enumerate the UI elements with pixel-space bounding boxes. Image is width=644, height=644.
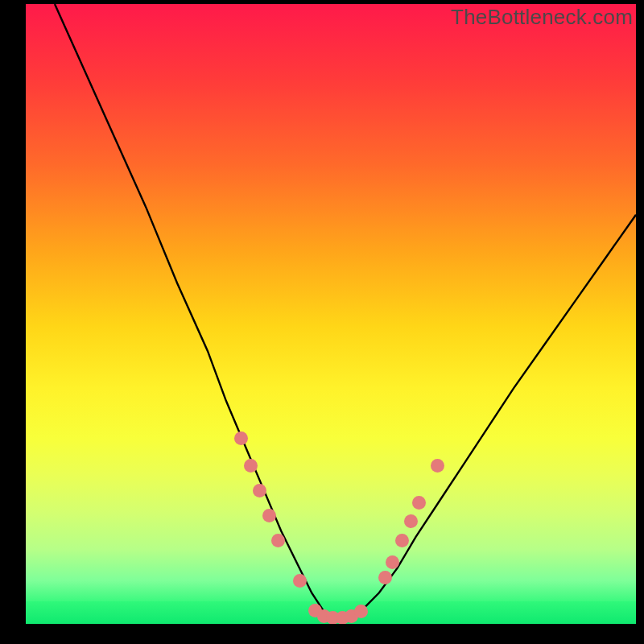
data-point xyxy=(431,459,444,473)
watermark-label: TheBottleneck.com xyxy=(451,5,633,30)
data-point xyxy=(244,459,258,473)
data-point xyxy=(271,534,285,547)
plot-area xyxy=(24,4,636,624)
data-point xyxy=(354,605,368,618)
data-point xyxy=(293,574,307,588)
data-point xyxy=(386,555,399,569)
y-axis xyxy=(24,4,26,624)
x-axis xyxy=(24,624,636,625)
data-point xyxy=(262,509,276,522)
data-point xyxy=(378,571,392,584)
data-point xyxy=(253,484,266,497)
data-point xyxy=(412,496,426,510)
bottleneck-curve xyxy=(24,4,636,624)
chart-frame: TheBottleneck.com xyxy=(0,0,644,644)
data-point xyxy=(395,534,409,547)
data-point xyxy=(234,431,248,445)
